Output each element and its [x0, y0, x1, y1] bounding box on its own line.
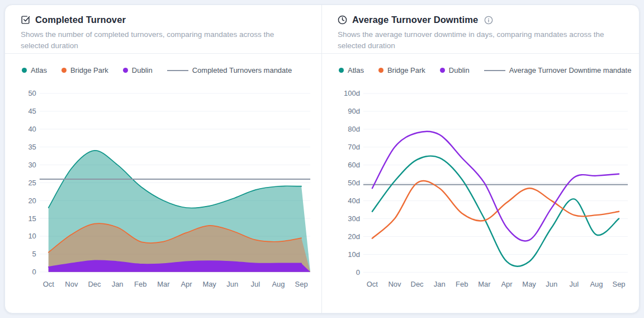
- x-tick-label: Apr: [181, 280, 192, 288]
- y-tick-label: 0: [32, 268, 36, 276]
- x-tick-label: Jun: [226, 280, 238, 288]
- completed-turnover-chart: 05101520253035404550OctNovDecJanFebMarAp…: [5, 79, 321, 309]
- legend-item-bridge-park[interactable]: Bridge Park: [61, 66, 108, 74]
- y-tick-label: 90d: [348, 107, 360, 115]
- panel-title: Average Turnover Downtime: [352, 15, 478, 25]
- mandate-line-swatch: [484, 70, 505, 71]
- y-tick-label: 30: [28, 161, 36, 169]
- x-tick-label: Sep: [295, 280, 308, 288]
- legend-item-atlas[interactable]: Atlas: [339, 66, 364, 74]
- x-tick-label: Jul: [570, 280, 579, 288]
- legend-item-dublin[interactable]: Dublin: [440, 66, 470, 74]
- x-tick-label: Nov: [65, 280, 78, 288]
- y-tick-label: 50d: [348, 179, 360, 187]
- legend-dot: [378, 68, 383, 73]
- legend-dot: [440, 68, 445, 73]
- checkbox-checked-icon: [21, 15, 30, 25]
- x-tick-label: Sep: [613, 280, 626, 288]
- x-tick-label: Mar: [478, 280, 491, 288]
- chart-legend: AtlasBridge ParkDublinCompleted Turnover…: [5, 54, 321, 79]
- legend-item-dublin[interactable]: Dublin: [123, 66, 153, 74]
- x-tick-label: Nov: [388, 280, 401, 288]
- y-tick-label: 60d: [348, 161, 360, 169]
- legend-item-bridge-park[interactable]: Bridge Park: [378, 66, 425, 74]
- x-tick-label: May: [202, 280, 216, 288]
- x-tick-label: Aug: [272, 280, 285, 288]
- chart-section: AtlasBridge ParkDublinCompleted Turnover…: [5, 54, 321, 313]
- average-turnover-downtime-panel: Average Turnover Downtime Shows the aver…: [322, 5, 639, 313]
- chart-legend: AtlasBridge ParkDublinAverage Turnover D…: [322, 54, 639, 79]
- legend-label: Completed Turnovers mandate: [192, 66, 292, 74]
- x-tick-label: Oct: [43, 280, 55, 288]
- x-tick-label: Feb: [134, 280, 146, 288]
- x-tick-label: Mar: [157, 280, 170, 288]
- dashboard-card: Completed Turnover Shows the number of c…: [4, 4, 640, 314]
- legend-dot: [61, 68, 67, 73]
- average-turnover-downtime-chart: 010d20d30d40d50d60d70d80d90d100dOctNovDe…: [322, 79, 639, 309]
- y-tick-label: 70d: [348, 143, 360, 151]
- x-tick-label: Jun: [546, 280, 557, 288]
- legend-item-mandate[interactable]: Completed Turnovers mandate: [167, 66, 292, 74]
- mandate-line-swatch: [167, 70, 188, 71]
- y-tick-label: 25: [28, 179, 36, 187]
- legend-label: Dublin: [132, 66, 153, 74]
- legend-item-mandate[interactable]: Average Turnover Downtime mandate: [484, 66, 632, 74]
- y-tick-label: 10: [28, 232, 36, 240]
- y-tick-label: 50: [28, 89, 36, 97]
- legend-item-atlas[interactable]: Atlas: [22, 66, 47, 74]
- y-tick-label: 40d: [348, 197, 360, 205]
- x-tick-label: Dec: [88, 280, 101, 288]
- series-dublin-line: [372, 132, 619, 241]
- y-tick-label: 35: [28, 143, 36, 151]
- legend-label: Bridge Park: [70, 66, 108, 74]
- legend-label: Dublin: [449, 66, 470, 74]
- y-tick-label: 45: [28, 107, 36, 115]
- y-tick-label: 15: [28, 214, 36, 223]
- x-tick-label: Jul: [251, 280, 261, 288]
- series-atlas-line: [372, 156, 619, 266]
- y-tick-label: 40: [28, 125, 36, 133]
- panel-header: Completed Turnover Shows the number of c…: [5, 5, 321, 54]
- chart-section: AtlasBridge ParkDublinAverage Turnover D…: [322, 54, 639, 313]
- legend-dot: [123, 68, 128, 73]
- x-tick-label: Feb: [456, 280, 468, 288]
- legend-label: Bridge Park: [387, 66, 425, 74]
- panel-title-row: Completed Turnover: [21, 15, 306, 25]
- clock-icon: [338, 15, 347, 25]
- y-tick-label: 0: [356, 268, 360, 277]
- x-tick-label: Jan: [434, 280, 446, 288]
- y-tick-label: 10d: [348, 250, 360, 259]
- x-tick-label: Aug: [590, 280, 603, 288]
- legend-label: Atlas: [348, 66, 364, 74]
- info-icon[interactable]: [484, 16, 493, 25]
- panel-header: Average Turnover Downtime Shows the aver…: [322, 5, 639, 54]
- panel-title: Completed Turnover: [35, 15, 126, 25]
- panel-title-row: Average Turnover Downtime: [338, 15, 623, 25]
- x-tick-label: May: [522, 280, 536, 288]
- y-tick-label: 20d: [348, 232, 360, 241]
- y-tick-label: 80d: [348, 125, 360, 133]
- x-tick-label: Oct: [367, 280, 378, 288]
- y-tick-label: 5: [32, 250, 36, 258]
- legend-label: Average Turnover Downtime mandate: [509, 66, 632, 74]
- x-tick-label: Dec: [411, 280, 424, 288]
- x-tick-label: Apr: [501, 280, 513, 288]
- legend-label: Atlas: [31, 66, 47, 74]
- panel-subtitle: Shows the average turnover downtime in d…: [338, 29, 620, 51]
- legend-dot: [339, 68, 344, 73]
- y-tick-label: 20: [28, 197, 36, 205]
- x-tick-label: Jan: [112, 280, 124, 288]
- panel-subtitle: Shows the number of completed turnovers,…: [21, 29, 303, 51]
- y-tick-label: 100d: [344, 89, 360, 97]
- y-tick-label: 30d: [348, 214, 360, 223]
- legend-dot: [22, 68, 27, 73]
- completed-turnover-panel: Completed Turnover Shows the number of c…: [5, 5, 322, 313]
